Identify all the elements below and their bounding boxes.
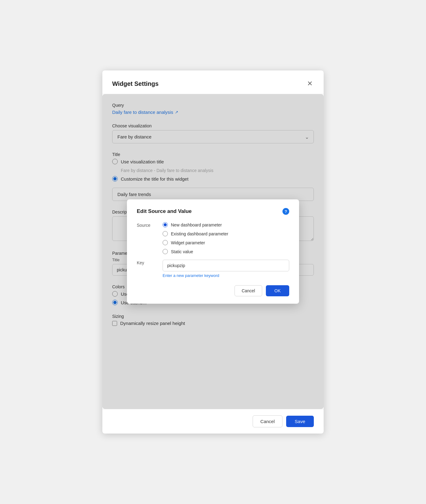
static-value-label: Static value xyxy=(171,249,193,254)
widget-parameter-label: Widget parameter xyxy=(171,240,205,245)
new-dashboard-param-radio[interactable] xyxy=(163,222,168,227)
source-radio-group: New dashboard parameter Existing dashboa… xyxy=(163,222,289,254)
modal-body: Query Daily fare to distance analysis ↗ … xyxy=(102,94,324,409)
source-row: Source New dashboard parameter Existing … xyxy=(137,222,289,254)
source-options: New dashboard parameter Existing dashboa… xyxy=(163,222,289,254)
widget-parameter-radio[interactable] xyxy=(163,240,168,245)
widget-parameter-option[interactable]: Widget parameter xyxy=(163,240,289,245)
key-hint: Enter a new parameter keyword xyxy=(163,273,289,278)
inner-dialog-title: Edit Source and Value xyxy=(137,208,192,214)
cancel-button[interactable]: Cancel xyxy=(253,415,282,427)
help-icon[interactable]: ? xyxy=(282,208,289,215)
modal-title: Widget Settings xyxy=(112,80,159,87)
modal-header: Widget Settings ✕ xyxy=(102,70,324,94)
existing-dashboard-param-label: Existing dashboard parameter xyxy=(171,231,228,236)
inner-dialog-header: Edit Source and Value ? xyxy=(137,208,289,215)
static-value-radio[interactable] xyxy=(163,249,168,254)
edit-source-dialog: Edit Source and Value ? Source New dashb… xyxy=(127,199,299,304)
key-label: Key xyxy=(137,260,155,265)
source-label: Source xyxy=(137,222,155,228)
existing-dashboard-param-radio[interactable] xyxy=(163,231,168,236)
modal-footer: Cancel Save xyxy=(102,409,324,434)
inner-cancel-button[interactable]: Cancel xyxy=(235,285,262,296)
static-value-option[interactable]: Static value xyxy=(163,249,289,254)
key-row: Key Enter a new parameter keyword xyxy=(137,260,289,278)
new-dashboard-param-option[interactable]: New dashboard parameter xyxy=(163,222,289,227)
inner-ok-button[interactable]: OK xyxy=(266,285,289,296)
overlay: Edit Source and Value ? Source New dashb… xyxy=(102,94,324,409)
existing-dashboard-param-option[interactable]: Existing dashboard parameter xyxy=(163,231,289,236)
key-input[interactable] xyxy=(163,260,289,271)
new-dashboard-param-label: New dashboard parameter xyxy=(171,222,222,227)
widget-settings-modal: Widget Settings ✕ Query Daily fare to di… xyxy=(102,70,324,434)
inner-dialog-footer: Cancel OK xyxy=(137,285,289,296)
save-button[interactable]: Save xyxy=(286,416,314,427)
key-content: Enter a new parameter keyword xyxy=(163,260,289,278)
close-button[interactable]: ✕ xyxy=(306,79,314,88)
